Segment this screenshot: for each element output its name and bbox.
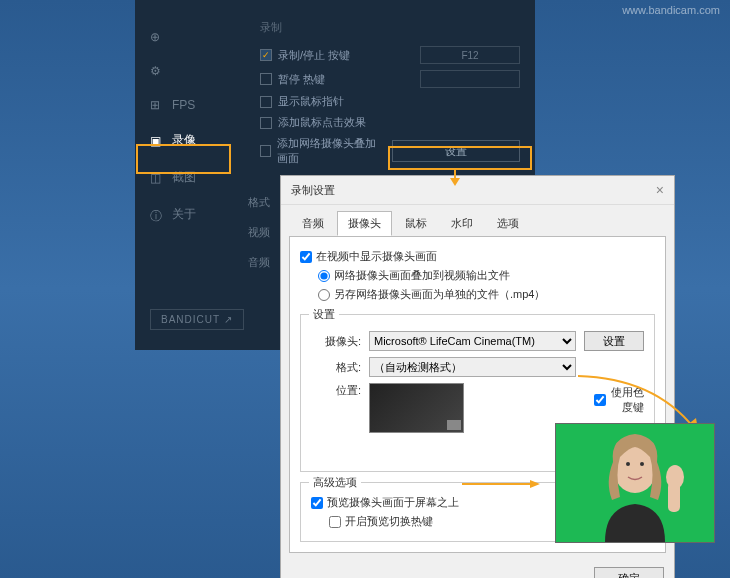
bandicut-link[interactable]: BANDICUT ↗ bbox=[150, 309, 244, 330]
gear-icon: ⚙ bbox=[150, 64, 164, 78]
content-area: 录制 ✓录制/停止 按键F12 暂停 热键 显示鼠标指针 添加鼠标点击效果 添加… bbox=[245, 0, 535, 189]
format-label: 格式: bbox=[311, 360, 361, 375]
checkbox[interactable] bbox=[300, 251, 312, 263]
row-label: 添加鼠标点击效果 bbox=[278, 115, 366, 130]
target-icon: ⊕ bbox=[150, 30, 164, 44]
position-preview[interactable] bbox=[369, 383, 464, 433]
hotkey-field[interactable] bbox=[420, 70, 520, 88]
svg-point-8 bbox=[626, 462, 630, 466]
sidebar: ⊕ ⚙ ⊞FPS ▣录像 ◫截图 ⓘ关于 bbox=[135, 0, 245, 233]
tab-camera[interactable]: 摄像头 bbox=[337, 211, 392, 236]
cam-select[interactable]: Microsoft® LifeCam Cinema(TM) bbox=[369, 331, 576, 351]
radio[interactable] bbox=[318, 270, 330, 282]
hotkey-field[interactable]: F12 bbox=[420, 46, 520, 64]
sidebar-item-target[interactable]: ⊕ bbox=[135, 20, 245, 54]
radio-label: 另存网络摄像头画面为单独的文件（.mp4） bbox=[334, 287, 545, 302]
tab-audio[interactable]: 音频 bbox=[291, 211, 335, 236]
sidebar-item-general[interactable]: ⚙ bbox=[135, 54, 245, 88]
check-show-cam[interactable]: 在视频中显示摄像头画面 bbox=[300, 247, 655, 266]
capture-icon: ◫ bbox=[150, 171, 164, 185]
row-webcam-overlay[interactable]: 添加网络摄像头叠加画面 设置 bbox=[260, 133, 520, 169]
section-title: 录制 bbox=[260, 20, 520, 35]
fieldset-legend: 设置 bbox=[309, 307, 339, 322]
checkbox[interactable] bbox=[594, 394, 606, 406]
webcam-preview bbox=[555, 423, 715, 543]
row-label: 录制/停止 按键 bbox=[278, 48, 350, 63]
cam-settings-button[interactable]: 设置 bbox=[584, 331, 644, 351]
fieldset-legend: 高级选项 bbox=[309, 475, 361, 490]
checkbox-icon bbox=[260, 117, 272, 129]
person-silhouette bbox=[570, 423, 700, 542]
row-label: 添加网络摄像头叠加画面 bbox=[277, 136, 386, 166]
tab-mouse[interactable]: 鼠标 bbox=[394, 211, 438, 236]
row-click-effect[interactable]: 添加鼠标点击效果 bbox=[260, 112, 520, 133]
close-icon[interactable]: × bbox=[656, 182, 664, 198]
check-chroma[interactable]: 使用色度键 bbox=[594, 383, 644, 417]
row-label: 显示鼠标指针 bbox=[278, 94, 344, 109]
sidebar-label: 关于 bbox=[172, 206, 196, 223]
checkbox-icon: ✓ bbox=[260, 49, 272, 61]
row-cursor[interactable]: 显示鼠标指针 bbox=[260, 91, 520, 112]
side-labels: 格式 视频 音频 bbox=[248, 195, 270, 285]
format-select[interactable]: （自动检测格式） bbox=[369, 357, 576, 377]
sidebar-item-fps[interactable]: ⊞FPS bbox=[135, 88, 245, 122]
row-label: 暂停 热键 bbox=[278, 72, 325, 87]
check-label: 在视频中显示摄像头画面 bbox=[316, 249, 437, 264]
cam-label: 摄像头: bbox=[311, 334, 361, 349]
info-icon: ⓘ bbox=[150, 208, 164, 222]
record-icon: ▣ bbox=[150, 134, 164, 148]
settings-button[interactable]: 设置 bbox=[392, 140, 520, 162]
svg-point-9 bbox=[640, 462, 644, 466]
label-audio: 音频 bbox=[248, 255, 270, 270]
check-label: 预览摄像头画面于屏幕之上 bbox=[327, 495, 459, 510]
radio-label: 网络摄像头画面叠加到视频输出文件 bbox=[334, 268, 510, 283]
sidebar-label: FPS bbox=[172, 98, 195, 112]
sidebar-item-capture[interactable]: ◫截图 bbox=[135, 159, 245, 196]
sidebar-item-about[interactable]: ⓘ关于 bbox=[135, 196, 245, 233]
dialog-tabs: 音频 摄像头 鼠标 水印 选项 bbox=[281, 205, 674, 236]
sidebar-item-record[interactable]: ▣录像 bbox=[135, 122, 245, 159]
label-format: 格式 bbox=[248, 195, 270, 210]
grid-icon: ⊞ bbox=[150, 98, 164, 112]
dialog-footer: 确定 bbox=[281, 561, 674, 578]
dialog-title: 录制设置 bbox=[291, 183, 335, 198]
ok-button[interactable]: 确定 bbox=[594, 567, 664, 578]
checkbox[interactable] bbox=[311, 497, 323, 509]
tab-options[interactable]: 选项 bbox=[486, 211, 530, 236]
radio-overlay[interactable]: 网络摄像头画面叠加到视频输出文件 bbox=[318, 266, 655, 285]
dialog-header: 录制设置 × bbox=[281, 176, 674, 205]
radio-separate[interactable]: 另存网络摄像头画面为单独的文件（.mp4） bbox=[318, 285, 655, 304]
checkbox-icon bbox=[260, 96, 272, 108]
radio[interactable] bbox=[318, 289, 330, 301]
label-video: 视频 bbox=[248, 225, 270, 240]
sidebar-label: 截图 bbox=[172, 169, 196, 186]
row-pause-hotkey[interactable]: 暂停 热键 bbox=[260, 67, 520, 91]
tab-watermark[interactable]: 水印 bbox=[440, 211, 484, 236]
checkbox-icon bbox=[260, 73, 272, 85]
svg-rect-7 bbox=[668, 482, 680, 512]
check-label: 使用色度键 bbox=[610, 385, 644, 415]
watermark: www.bandicam.com bbox=[622, 4, 720, 16]
check-label: 开启预览切换热键 bbox=[345, 514, 433, 529]
position-label: 位置: bbox=[311, 383, 361, 398]
checkbox-icon bbox=[260, 145, 271, 157]
sidebar-label: 录像 bbox=[172, 132, 196, 149]
row-record-hotkey[interactable]: ✓录制/停止 按键F12 bbox=[260, 43, 520, 67]
checkbox[interactable] bbox=[329, 516, 341, 528]
